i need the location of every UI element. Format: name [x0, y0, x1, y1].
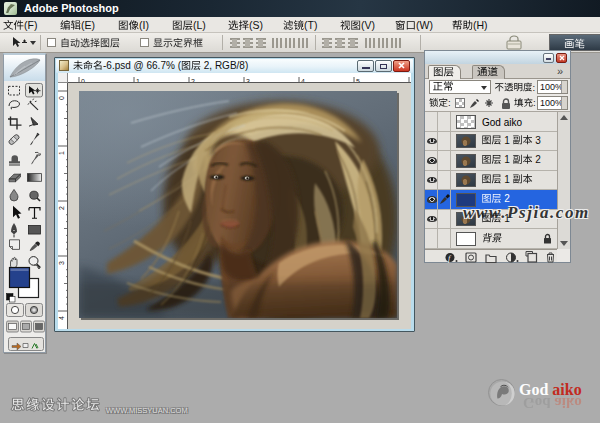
svg-text:3: 3: [58, 261, 65, 265]
svg-text:5: 5: [356, 78, 360, 83]
svg-text:4: 4: [58, 316, 65, 320]
svg-text:3: 3: [246, 78, 250, 83]
svg-text:0: 0: [58, 96, 65, 100]
svg-text:1: 1: [136, 78, 140, 83]
svg-text:4: 4: [301, 78, 305, 83]
svg-text:1: 1: [58, 151, 65, 155]
svg-text:2: 2: [191, 78, 195, 83]
svg-text:0: 0: [81, 78, 85, 83]
svg-text:2: 2: [58, 206, 65, 210]
